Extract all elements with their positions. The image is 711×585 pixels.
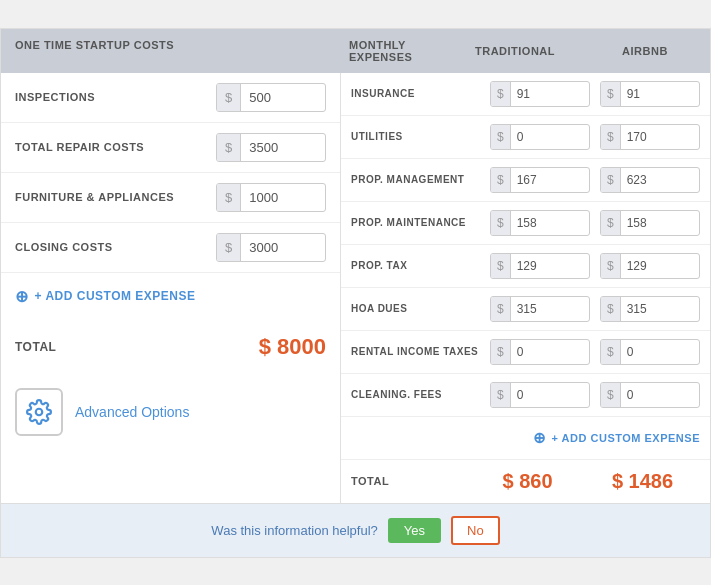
hoa-airbnb-dollar: $ — [601, 297, 621, 321]
prop-tax-trad-dollar: $ — [491, 254, 511, 278]
prop-management-traditional-input-group: $ — [490, 167, 590, 193]
hoa-dues-airbnb-input[interactable] — [621, 297, 681, 321]
insurance-airbnb-input-group: $ — [600, 81, 700, 107]
cleaning-fees-label: CLEANING. FEES — [351, 388, 486, 401]
hoa-dues-label: HOA DUES — [351, 302, 486, 315]
prop-tax-label: PROP. TAX — [351, 259, 486, 272]
prop-tax-traditional-input-group: $ — [490, 253, 590, 279]
prop-maintenance-row: PROP. MAINTENANCE $ $ — [341, 202, 710, 245]
prop-management-inputs: $ $ — [486, 167, 700, 193]
rental-income-taxes-label: RENTAL INCOME TAXES — [351, 345, 486, 358]
utilities-traditional-input[interactable] — [511, 125, 571, 149]
closing-costs-row: CLOSING COSTS $ — [1, 223, 340, 273]
advanced-options-label[interactable]: Advanced Options — [75, 404, 189, 420]
hoa-trad-dollar: $ — [491, 297, 511, 321]
closing-costs-input[interactable] — [241, 234, 311, 261]
left-plus-icon: ⊕ — [15, 287, 29, 306]
prop-maint-airbnb-dollar: $ — [601, 211, 621, 235]
rental-income-taxes-airbnb-input-group: $ — [600, 339, 700, 365]
repair-costs-input-group: $ — [216, 133, 326, 162]
hoa-dues-traditional-input[interactable] — [511, 297, 571, 321]
insurance-row: INSURANCE $ $ — [341, 73, 710, 116]
prop-maintenance-airbnb-input-group: $ — [600, 210, 700, 236]
left-add-custom-expense-button[interactable]: ⊕ + ADD CUSTOM EXPENSE — [1, 273, 340, 320]
prop-management-traditional-input[interactable] — [511, 168, 571, 192]
cleaning-fees-traditional-input[interactable] — [511, 383, 571, 407]
header-traditional-label: TRADITIONAL — [450, 35, 580, 67]
prop-maintenance-airbnb-input[interactable] — [621, 211, 681, 235]
repair-costs-row: TOTAL REPAIR COSTS $ — [1, 123, 340, 173]
prop-management-row: PROP. MANAGEMENT $ $ — [341, 159, 710, 202]
repair-costs-input[interactable] — [241, 134, 311, 161]
insurance-airbnb-dollar: $ — [601, 82, 621, 106]
yes-button[interactable]: Yes — [388, 518, 441, 543]
hoa-dues-traditional-input-group: $ — [490, 296, 590, 322]
prop-management-airbnb-input-group: $ — [600, 167, 700, 193]
right-total-row: TOTAL $ 860 $ 1486 — [341, 459, 710, 503]
advanced-options-section: Advanced Options — [1, 374, 340, 450]
inspection-label: INSPECTIONS — [15, 91, 216, 103]
cleaning-trad-dollar: $ — [491, 383, 511, 407]
repair-costs-dollar-sign: $ — [217, 134, 241, 161]
hoa-dues-row: HOA DUES $ $ — [341, 288, 710, 331]
inspection-dollar-sign: $ — [217, 84, 241, 111]
no-button[interactable]: No — [451, 516, 500, 545]
footer-question: Was this information helpful? — [211, 523, 377, 538]
left-add-expense-label: + ADD CUSTOM EXPENSE — [35, 289, 196, 303]
furniture-row: FURNITURE & APPLIANCES $ — [1, 173, 340, 223]
header-monthly-label: MONTHLY EXPENSES — [341, 29, 450, 73]
hoa-dues-airbnb-input-group: $ — [600, 296, 700, 322]
rental-income-taxes-traditional-input-group: $ — [490, 339, 590, 365]
utilities-airbnb-input[interactable] — [621, 125, 681, 149]
utilities-inputs: $ $ — [486, 124, 700, 150]
rental-income-taxes-traditional-input[interactable] — [511, 340, 571, 364]
prop-maintenance-label: PROP. MAINTENANCE — [351, 216, 486, 229]
inspection-input-group: $ — [216, 83, 326, 112]
prop-maintenance-traditional-input-group: $ — [490, 210, 590, 236]
prop-mgmt-trad-dollar: $ — [491, 168, 511, 192]
utilities-row: UTILITIES $ $ — [341, 116, 710, 159]
repair-costs-label: TOTAL REPAIR COSTS — [15, 141, 216, 153]
utilities-traditional-input-group: $ — [490, 124, 590, 150]
rental-income-taxes-row: RENTAL INCOME TAXES $ $ — [341, 331, 710, 374]
svg-point-0 — [36, 408, 43, 415]
advanced-options-gear-button[interactable] — [15, 388, 63, 436]
prop-maintenance-traditional-input[interactable] — [511, 211, 571, 235]
prop-management-airbnb-input[interactable] — [621, 168, 681, 192]
furniture-dollar-sign: $ — [217, 184, 241, 211]
footer: Was this information helpful? Yes No — [1, 503, 710, 557]
rental-tax-trad-dollar: $ — [491, 340, 511, 364]
right-total-airbnb-value: $ 1486 — [585, 470, 700, 493]
utilities-airbnb-input-group: $ — [600, 124, 700, 150]
rental-income-taxes-airbnb-input[interactable] — [621, 340, 681, 364]
cleaning-fees-airbnb-input-group: $ — [600, 382, 700, 408]
insurance-label: INSURANCE — [351, 87, 486, 100]
prop-maint-trad-dollar: $ — [491, 211, 511, 235]
prop-maintenance-inputs: $ $ — [486, 210, 700, 236]
prop-mgmt-airbnb-dollar: $ — [601, 168, 621, 192]
insurance-inputs: $ $ — [486, 81, 700, 107]
cleaning-airbnb-dollar: $ — [601, 383, 621, 407]
left-total-label: TOTAL — [15, 340, 56, 354]
insurance-trad-dollar: $ — [491, 82, 511, 106]
cleaning-fees-airbnb-input[interactable] — [621, 383, 681, 407]
furniture-input[interactable] — [241, 184, 311, 211]
header-airbnb-label: AIRBNB — [580, 35, 710, 67]
inspection-input[interactable] — [241, 84, 311, 111]
prop-tax-airbnb-input[interactable] — [621, 254, 681, 278]
prop-management-label: PROP. MANAGEMENT — [351, 173, 486, 186]
right-total-label: TOTAL — [351, 475, 470, 487]
insurance-traditional-input-group: $ — [490, 81, 590, 107]
right-total-traditional-value: $ 860 — [470, 470, 585, 493]
utilities-label: UTILITIES — [351, 130, 486, 143]
header-right: MONTHLY EXPENSES TRADITIONAL AIRBNB — [341, 29, 710, 73]
right-add-custom-expense-button[interactable]: ⊕ + ADD CUSTOM EXPENSE — [341, 417, 710, 459]
hoa-dues-inputs: $ $ — [486, 296, 700, 322]
insurance-traditional-input[interactable] — [511, 82, 571, 106]
prop-tax-traditional-input[interactable] — [511, 254, 571, 278]
insurance-airbnb-input[interactable] — [621, 82, 681, 106]
furniture-label: FURNITURE & APPLIANCES — [15, 191, 216, 203]
inspection-row: INSPECTIONS $ — [1, 73, 340, 123]
closing-costs-label: CLOSING COSTS — [15, 241, 216, 253]
right-panel: INSURANCE $ $ UTILITIES $ — [341, 73, 710, 503]
